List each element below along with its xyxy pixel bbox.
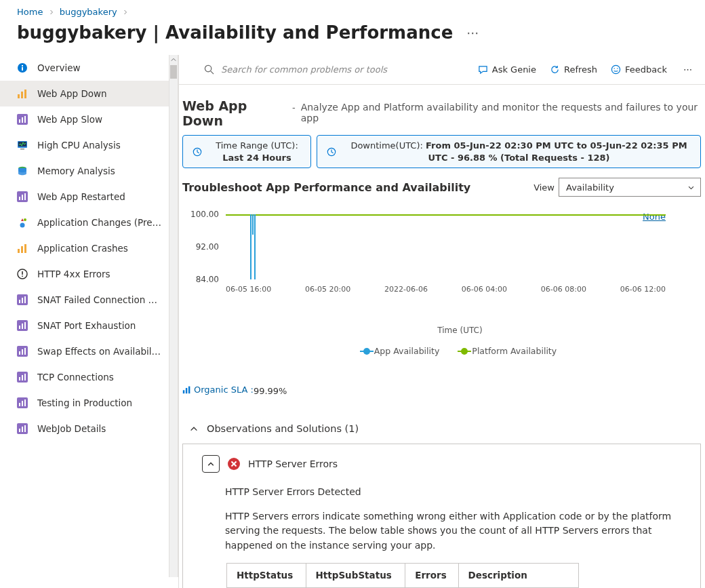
svg-rect-24	[22, 271, 23, 275]
observation-panel: HTTP Server Errors HTTP Server Errors De…	[182, 444, 701, 588]
svg-point-52	[611, 65, 620, 73]
svg-rect-1	[22, 67, 23, 71]
bar-chart-purple-icon	[16, 423, 28, 435]
svg-point-19	[24, 218, 26, 221]
info-icon	[16, 62, 28, 74]
breadcrumb-home[interactable]: Home	[17, 7, 43, 17]
svg-rect-7	[19, 119, 20, 123]
view-select[interactable]: Availability	[559, 178, 701, 197]
svg-rect-4	[21, 92, 23, 98]
panel-collapse-button[interactable]	[202, 455, 220, 473]
svg-point-53	[613, 68, 615, 69]
sidebar-item-webjob[interactable]: WebJob Details	[0, 416, 169, 442]
bar-chart-purple-icon	[16, 371, 28, 383]
svg-rect-43	[19, 403, 20, 406]
sidebar-item-label: SNAT Failed Connection Endp…	[37, 294, 162, 305]
troubleshoot-title: Troubleshoot App Performance and Availab…	[182, 181, 470, 194]
sidebar-item-app-changes[interactable]: Application Changes (Preview)	[0, 210, 169, 235]
more-toolbar-button[interactable]: ⋯	[681, 64, 696, 75]
changes-icon	[16, 216, 28, 229]
svg-point-54	[617, 68, 618, 69]
bar-chart-purple-icon	[16, 113, 28, 125]
sidebar-item-memory[interactable]: Memory Analysis	[0, 158, 169, 184]
sidebar-scrollbar[interactable]	[169, 55, 178, 577]
view-label: View	[533, 182, 555, 193]
chevron-up-icon	[207, 460, 215, 468]
sidebar-item-crashes[interactable]: Application Crashes	[0, 235, 169, 261]
sidebar-item-web-app-slow[interactable]: Web App Slow	[0, 106, 169, 132]
time-range-pill[interactable]: Time Range (UTC): Last 24 Hours	[182, 135, 311, 168]
availability-chart: None 100.00 92.00 84.00	[178, 197, 705, 356]
svg-rect-59	[188, 387, 190, 394]
section-description: Analyze App and Platform availability an…	[301, 102, 698, 123]
chevron-right-icon	[123, 9, 128, 15]
error-icon	[228, 458, 240, 470]
svg-rect-41	[24, 374, 26, 380]
bar-chart-icon	[16, 87, 28, 100]
sidebar-item-label: High CPU Analysis	[37, 140, 121, 151]
search-icon	[204, 64, 214, 75]
svg-rect-16	[22, 195, 23, 200]
clock-icon	[193, 147, 202, 157]
svg-rect-15	[19, 197, 20, 200]
sidebar-item-web-app-down[interactable]: Web App Down	[0, 81, 169, 106]
scroll-up-icon[interactable]	[169, 55, 178, 64]
svg-rect-57	[183, 390, 184, 393]
svg-rect-3	[18, 94, 20, 98]
svg-rect-40	[22, 375, 23, 380]
svg-rect-29	[24, 296, 26, 303]
feedback-button[interactable]: Feedback	[611, 64, 667, 75]
svg-rect-32	[22, 324, 23, 329]
monitor-icon	[16, 139, 28, 151]
sidebar-item-high-cpu[interactable]: High CPU Analysis	[0, 132, 169, 158]
sidebar-item-restarted[interactable]: Web App Restarted	[0, 184, 169, 210]
svg-rect-48	[22, 427, 23, 432]
svg-rect-36	[22, 349, 23, 355]
svg-rect-21	[21, 246, 23, 253]
sidebar-item-tcp[interactable]: TCP Connections	[0, 364, 169, 390]
breadcrumb-project[interactable]: buggybakery	[60, 7, 117, 17]
bar-chart-purple-icon	[16, 397, 28, 409]
bar-chart-purple-icon	[16, 294, 28, 306]
svg-rect-31	[19, 326, 20, 329]
search-input[interactable]	[221, 64, 424, 75]
http-errors-table: HttpStatus HttpSubStatus Errors Descript…	[226, 563, 579, 588]
x-axis-label: Time (UTC)	[182, 293, 701, 335]
sidebar-item-label: Web App Down	[37, 88, 107, 99]
panel-title: HTTP Server Errors	[248, 458, 338, 469]
refresh-button[interactable]: Refresh	[550, 64, 597, 75]
sidebar-item-swap[interactable]: Swap Effects on Availability	[0, 338, 169, 364]
svg-rect-39	[19, 377, 20, 380]
sidebar-item-label: Application Crashes	[37, 243, 128, 254]
svg-rect-27	[19, 300, 20, 303]
panel-subheading: HTTP Server Errors Detected	[225, 485, 688, 500]
ask-genie-button[interactable]: Ask Genie	[478, 64, 536, 75]
sidebar-item-label: Web App Restarted	[37, 191, 125, 202]
bar-chart-purple-icon	[16, 319, 28, 332]
downtime-pill[interactable]: Downtime(UTC): From 05-Jun-22 02:30 PM U…	[317, 135, 701, 168]
sidebar-item-label: HTTP 4xx Errors	[37, 269, 110, 279]
observations-toggle[interactable]: Observations and Solutions (1)	[178, 396, 705, 444]
sidebar-item-testing[interactable]: Testing in Production	[0, 390, 169, 416]
svg-rect-49	[24, 425, 26, 432]
chart-legend: App Availability Platform Availability	[182, 335, 701, 356]
svg-rect-5	[24, 90, 26, 98]
svg-rect-20	[18, 249, 20, 253]
organic-sla-link[interactable]: Organic SLA :	[182, 385, 254, 395]
sidebar-item-label: Testing in Production	[37, 397, 132, 408]
svg-rect-9	[24, 116, 26, 123]
panel-paragraph: HTTP Servers errors indicate something w…	[225, 509, 688, 553]
svg-rect-58	[186, 388, 187, 393]
svg-point-18	[20, 223, 25, 228]
sidebar-item-snat-failed[interactable]: SNAT Failed Connection Endp…	[0, 287, 169, 313]
more-actions-button[interactable]: ⋯	[466, 26, 479, 40]
sidebar-item-http-4xx[interactable]: HTTP 4xx Errors	[0, 261, 169, 287]
sidebar-item-overview[interactable]: Overview	[0, 55, 169, 81]
sidebar-item-snat-port[interactable]: SNAT Port Exhaustion	[0, 313, 169, 338]
chevron-down-icon	[687, 184, 695, 191]
svg-rect-33	[24, 322, 26, 329]
search-input-wrap[interactable]	[204, 64, 471, 75]
sidebar-item-label: WebJob Details	[37, 423, 106, 434]
refresh-icon	[550, 64, 560, 75]
page-title: buggybakery | Availability and Performan…	[17, 22, 453, 43]
